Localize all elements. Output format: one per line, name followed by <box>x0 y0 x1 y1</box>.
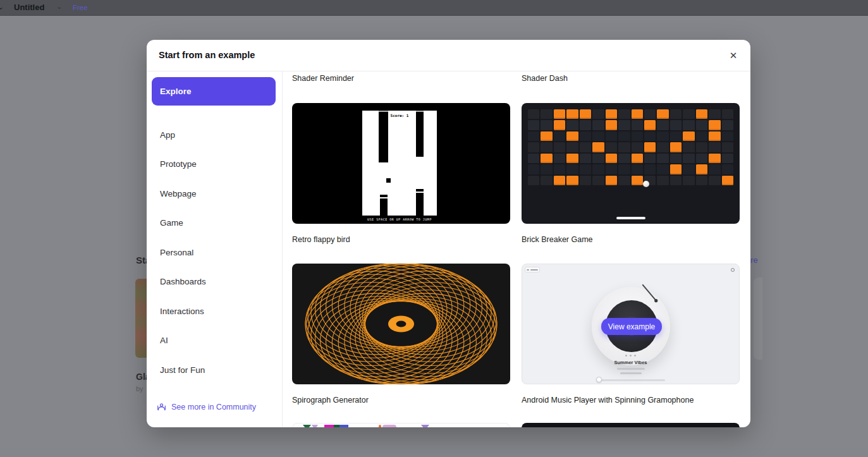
sidebar-item-ai[interactable]: AI <box>152 326 276 356</box>
brick-gray <box>632 131 643 141</box>
brick-orange <box>566 154 578 163</box>
brick-gray <box>670 109 682 119</box>
carousel-dots <box>522 355 739 356</box>
brick-gray <box>618 120 630 130</box>
example-title-shader-dash: Shader Dash <box>522 74 568 83</box>
brick-orange <box>644 142 656 152</box>
view-example-button[interactable]: View example <box>601 318 662 335</box>
sidebar-item-explore[interactable]: Explore <box>152 77 276 106</box>
sidebar-item-interactions[interactable]: Interactions <box>152 296 276 326</box>
plan-badge[interactable]: Free <box>73 4 88 11</box>
brick-orange <box>709 154 720 163</box>
flappy-pipe-top <box>379 111 388 162</box>
brick-gray <box>580 131 591 141</box>
sidebar-item-webpage[interactable]: Webpage <box>152 179 276 209</box>
example-title-brick-breaker: Brick Breaker Game <box>522 235 593 244</box>
brick-gray <box>618 109 630 119</box>
example-card-music-player[interactable]: Summer Vibes View example <box>522 264 740 384</box>
example-card-retro-flappy-bird[interactable]: Score: 1 USE SPACE OR UP ARROW TO JUMP <box>292 103 510 224</box>
brick-orange <box>566 131 578 141</box>
example-card-partial-left[interactable] <box>292 423 510 427</box>
background-card-outline-partial <box>754 277 762 360</box>
sidebar-item-game[interactable]: Game <box>152 209 276 238</box>
example-card-partial-right[interactable] <box>522 423 740 427</box>
brick-gray <box>657 154 668 163</box>
flappy-score-text: Score: 1 <box>362 113 437 118</box>
app-topbar: ⌄ Untitled ⌄ Free <box>0 0 868 16</box>
spirograph-graphic <box>292 264 510 384</box>
example-card-spirograph[interactable] <box>292 264 510 384</box>
brick-gray <box>566 120 578 130</box>
brick-gray <box>632 164 643 174</box>
sidebar-item-prototype[interactable]: Prototype <box>152 150 276 180</box>
brick-gray <box>683 109 694 119</box>
brick-orange <box>657 109 668 119</box>
music-track-title: Summer Vibes <box>522 360 739 365</box>
brick-gray <box>580 164 591 174</box>
brick-orange <box>696 164 707 174</box>
music-progress-knob <box>596 377 602 382</box>
brick-gray <box>657 131 668 141</box>
brick-gray <box>632 120 643 130</box>
brick-orange <box>566 176 578 185</box>
brick-gray <box>709 164 720 174</box>
brick-gray <box>618 176 630 185</box>
brick-gray <box>541 164 552 174</box>
start-example-modal: Start from an example ✕ Explore App Prot… <box>147 40 750 427</box>
brick-orange <box>580 109 591 119</box>
flappy-pipe-bottom <box>416 189 424 216</box>
example-title-spirograph: Spirograph Generator <box>292 396 369 405</box>
music-time-elapsed <box>598 384 604 384</box>
sidebar-item-app[interactable]: App <box>152 120 276 150</box>
brick-gray <box>592 154 604 163</box>
brick-gray <box>592 120 604 130</box>
brick-gray <box>722 142 733 152</box>
brick-gray <box>592 176 604 185</box>
brick-gray <box>670 131 682 141</box>
music-time-total <box>659 384 665 384</box>
brick-orange <box>632 109 643 119</box>
modal-header: Start from an example ✕ <box>147 40 750 71</box>
brick-gray <box>696 176 707 185</box>
brick-gray <box>644 154 656 163</box>
edge-chevron-icon[interactable]: ⌄ <box>0 3 4 11</box>
brick-gray <box>657 120 668 130</box>
chevron-down-icon[interactable]: ⌄ <box>56 3 62 11</box>
brick-gray <box>709 109 720 119</box>
sidebar-item-personal[interactable]: Personal <box>152 238 276 267</box>
example-card-brick-breaker[interactable] <box>522 103 740 224</box>
document-title[interactable]: Untitled <box>14 3 44 12</box>
see-more-community-link[interactable]: See more in Community <box>157 402 256 411</box>
sidebar-item-just-for-fun[interactable]: Just for Fun <box>152 355 276 385</box>
brick-gray <box>580 154 591 163</box>
brick-gray <box>683 142 694 152</box>
brick-orange <box>606 120 617 130</box>
brick-gray <box>657 176 668 185</box>
brick-gray <box>592 131 604 141</box>
brick-gray <box>709 142 720 152</box>
brick-orange <box>566 109 578 119</box>
brick-gray <box>670 154 682 163</box>
background-thumbnail-partial <box>135 279 147 358</box>
brick-ball <box>643 181 649 187</box>
brick-gray <box>618 131 630 141</box>
brick-gray <box>580 120 591 130</box>
brick-gray <box>606 131 617 141</box>
brick-gray <box>618 154 630 163</box>
brick-gray <box>541 109 552 119</box>
brick-gray <box>592 164 604 174</box>
brick-orange <box>554 176 565 185</box>
sidebar-item-dashboards[interactable]: Dashboards <box>152 267 276 297</box>
brick-gray <box>709 176 720 185</box>
example-title-music-player: Android Music Player with Spinning Gramo… <box>522 396 694 405</box>
flappy-bird-square <box>386 178 391 183</box>
brick-orange <box>644 120 656 130</box>
close-icon[interactable]: ✕ <box>726 49 740 63</box>
brick-gray <box>696 131 707 141</box>
brick-gray <box>644 164 656 174</box>
brick-gray <box>580 176 591 185</box>
background-card-byline-partial: by <box>136 385 144 393</box>
brick-orange <box>632 176 643 185</box>
brick-gray <box>722 131 733 141</box>
brick-gray <box>657 164 668 174</box>
